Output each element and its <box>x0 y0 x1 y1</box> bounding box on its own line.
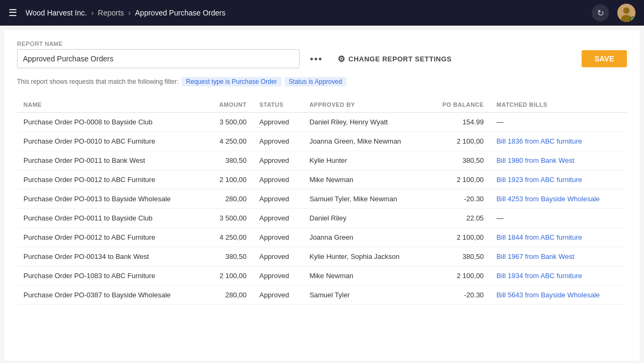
cell-matched-bills-3[interactable]: Bill 1923 from ABC furniture <box>490 170 627 190</box>
change-settings-label: CHANGE REPORT SETTINGS <box>349 55 452 63</box>
table-row: Purchase Order PO-0011 to Bank West 380,… <box>17 151 627 170</box>
cell-status-4: Approved <box>253 190 303 209</box>
table-row: Purchase Order PO-0011 to Bayside Club 3… <box>17 209 627 228</box>
cell-po-balance-6: 2 100,00 <box>426 228 490 247</box>
nav-current-page: Approved Purchase Orders <box>135 9 226 17</box>
cell-po-balance-9: -20.30 <box>426 286 490 305</box>
svg-point-1 <box>623 7 630 14</box>
cell-matched-bills-7[interactable]: Bill 1967 from Bank West <box>490 247 627 266</box>
nav-reports-link[interactable]: Reports <box>98 9 124 17</box>
cell-matched-bills-8[interactable]: Bill 1934 from ABC furniture <box>490 266 627 286</box>
cell-po-balance-8: 2 100,00 <box>426 266 490 286</box>
cell-po-balance-0: 154.99 <box>426 113 490 132</box>
cell-po-balance-5: 22.05 <box>426 209 490 228</box>
cell-name-4[interactable]: Purchase Order PO-0013 to Bayside Wholes… <box>17 190 206 209</box>
col-header-amount: AMOUNT <box>206 97 253 113</box>
cell-name-9[interactable]: Purchase Order PO-0387 to Bayside Wholes… <box>17 286 206 305</box>
cell-status-9: Approved <box>253 286 303 305</box>
dot-2 <box>315 58 317 60</box>
breadcrumb-chevron-1: › <box>91 9 94 17</box>
cell-status-0: Approved <box>253 113 303 132</box>
cell-status-8: Approved <box>253 266 303 286</box>
change-report-settings-button[interactable]: ⚙ CHANGE REPORT SETTINGS <box>332 51 457 67</box>
cell-amount-2: 380,50 <box>206 151 253 170</box>
filter-intro-text: This report shows requests that match th… <box>17 78 179 85</box>
cell-approved-by-4: Samuel Tyler, Mike Newman <box>303 190 426 209</box>
cell-approved-by-0: Daniel Riley, Henry Wyatt <box>303 113 426 132</box>
cell-amount-0: 3 500,00 <box>206 113 253 132</box>
cell-name-8[interactable]: Purchase Order PO-1083 to ABC Furniture <box>17 266 206 286</box>
cell-status-2: Approved <box>253 151 303 170</box>
table-row: Purchase Order PO-0010 to ABC Furniture … <box>17 132 627 151</box>
cell-name-6[interactable]: Purchase Order PO-0012 to ABC Furniture <box>17 228 206 247</box>
cell-status-5: Approved <box>253 209 303 228</box>
settings-icon: ⚙ <box>337 54 345 64</box>
cell-amount-6: 4 250,00 <box>206 228 253 247</box>
cell-po-balance-1: 2 100,00 <box>426 132 490 151</box>
cell-amount-8: 2 100,00 <box>206 266 253 286</box>
menu-icon[interactable]: ☰ <box>9 7 17 19</box>
report-table: NAME AMOUNT STATUS APPROVED BY PO BALANC… <box>17 97 627 305</box>
cell-amount-1: 4 250,00 <box>206 132 253 151</box>
cell-status-7: Approved <box>253 247 303 266</box>
company-name[interactable]: Wood Harvest Inc. <box>26 9 87 17</box>
avatar[interactable] <box>617 4 635 22</box>
cell-approved-by-3: Mike Newman <box>303 170 426 190</box>
cell-matched-bills-9[interactable]: Bill 5643 from Bayside Wholesale <box>490 286 627 305</box>
cell-amount-3: 2 100,00 <box>206 170 253 190</box>
top-navigation: ☰ Wood Harvest Inc. › Reports › Approved… <box>0 0 644 26</box>
table-header-row: NAME AMOUNT STATUS APPROVED BY PO BALANC… <box>17 97 627 113</box>
table-row: Purchase Order PO-0008 to Bayside Club 3… <box>17 113 627 132</box>
cell-po-balance-7: 380,50 <box>426 247 490 266</box>
report-name-label: Report name <box>17 41 627 47</box>
cell-matched-bills-2[interactable]: Bill 1980 from Bank West <box>490 151 627 170</box>
cell-name-0[interactable]: Purchase Order PO-0008 to Bayside Club <box>17 113 206 132</box>
cell-approved-by-7: Kylie Hunter, Sophia Jackson <box>303 247 426 266</box>
cell-po-balance-3: 2 100,00 <box>426 170 490 190</box>
cell-approved-by-5: Daniel Riley <box>303 209 426 228</box>
cell-approved-by-6: Joanna Green <box>303 228 426 247</box>
cell-amount-5: 3 500,00 <box>206 209 253 228</box>
table-row: Purchase Order PO-0012 to ABC Furniture … <box>17 228 627 247</box>
cell-matched-bills-6[interactable]: Bill 1844 from ABC furniture <box>490 228 627 247</box>
col-header-name: NAME <box>17 97 206 113</box>
filter-tag-1: Status is Approved <box>285 77 347 86</box>
col-header-matched-bills: MATCHED BILLS <box>490 97 627 113</box>
cell-name-5[interactable]: Purchase Order PO-0011 to Bayside Club <box>17 209 206 228</box>
col-header-po-balance: PO BALANCE <box>426 97 490 113</box>
cell-status-3: Approved <box>253 170 303 190</box>
cell-matched-bills-4[interactable]: Bill 4253 from Bayside Wholesale <box>490 190 627 209</box>
table-row: Purchase Order PO-00134 to Bank West 380… <box>17 247 627 266</box>
filter-tag-0: Request type is Purchase Order <box>182 77 281 86</box>
avatar-online-badge <box>630 17 635 22</box>
cell-name-1[interactable]: Purchase Order PO-0010 to ABC Furniture <box>17 132 206 151</box>
cell-status-6: Approved <box>253 228 303 247</box>
report-name-row: ⚙ CHANGE REPORT SETTINGS SAVE <box>17 49 627 68</box>
cell-amount-9: 280,00 <box>206 286 253 305</box>
cell-amount-4: 280,00 <box>206 190 253 209</box>
cell-name-7[interactable]: Purchase Order PO-00134 to Bank West <box>17 247 206 266</box>
table-row: Purchase Order PO-0012 to ABC Furniture … <box>17 170 627 190</box>
cell-approved-by-1: Joanna Green, Mike Newman <box>303 132 426 151</box>
dot-1 <box>310 58 313 60</box>
cell-matched-bills-5: — <box>490 209 627 228</box>
report-name-input[interactable] <box>17 49 300 68</box>
table-row: Purchase Order PO-1083 to ABC Furniture … <box>17 266 627 286</box>
cell-approved-by-9: Samuel Tyler <box>303 286 426 305</box>
cell-status-1: Approved <box>253 132 303 151</box>
cell-po-balance-2: 380,50 <box>426 151 490 170</box>
more-options-button[interactable] <box>306 54 326 64</box>
save-button[interactable]: SAVE <box>582 50 627 67</box>
col-header-approved-by: APPROVED BY <box>303 97 426 113</box>
cell-matched-bills-0: — <box>490 113 627 132</box>
cell-name-2[interactable]: Purchase Order PO-0011 to Bank West <box>17 151 206 170</box>
dot-3 <box>319 58 321 60</box>
cell-name-3[interactable]: Purchase Order PO-0012 to ABC Furniture <box>17 170 206 190</box>
filter-description: This report shows requests that match th… <box>17 77 627 86</box>
refresh-button[interactable]: ↻ <box>592 4 609 21</box>
cell-po-balance-4: -20.30 <box>426 190 490 209</box>
cell-matched-bills-1[interactable]: Bill 1836 from ABC furniture <box>490 132 627 151</box>
table-row: Purchase Order PO-0013 to Bayside Wholes… <box>17 190 627 209</box>
cell-approved-by-2: Kylie Hunter <box>303 151 426 170</box>
table-row: Purchase Order PO-0387 to Bayside Wholes… <box>17 286 627 305</box>
